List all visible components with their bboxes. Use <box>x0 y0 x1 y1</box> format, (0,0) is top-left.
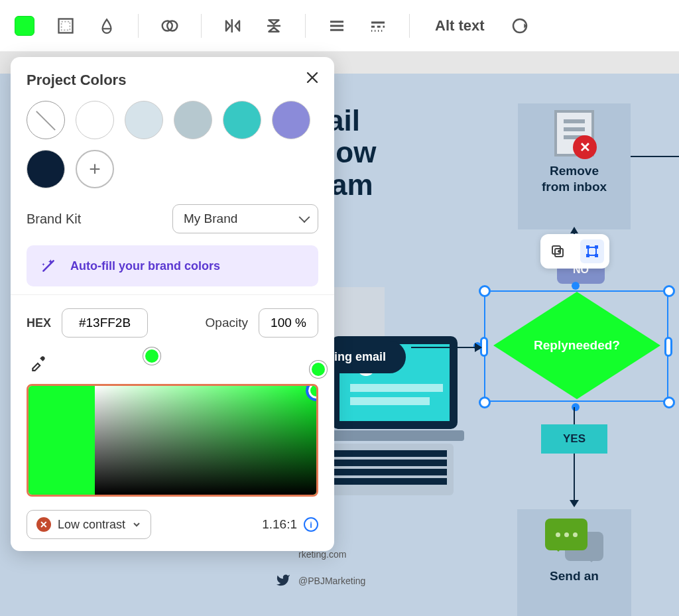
swatch-3[interactable] <box>174 101 212 139</box>
selection-handle[interactable] <box>663 285 675 297</box>
selection-mini-toolbar <box>540 234 609 269</box>
connector-dot[interactable] <box>572 282 580 290</box>
node-send-an[interactable]: Send an <box>517 509 631 616</box>
connector-dot[interactable] <box>572 403 580 411</box>
sv-cursor[interactable] <box>306 384 318 401</box>
swatch-1[interactable] <box>76 101 114 139</box>
swatch-2[interactable] <box>125 101 163 139</box>
connector <box>574 407 575 424</box>
swatch-4[interactable] <box>223 101 261 139</box>
node-remove-from-inbox[interactable]: ✕ Removefrom inbox <box>518 103 631 229</box>
svg-rect-12 <box>350 384 443 392</box>
lines-dashed-icon <box>368 16 388 36</box>
svg-rect-1 <box>62 21 70 30</box>
swatch-none[interactable] <box>27 101 65 139</box>
line-dashed-button[interactable] <box>365 13 391 38</box>
magic-wand-icon <box>38 256 58 276</box>
twitter-icon <box>275 573 292 587</box>
svg-rect-17 <box>329 460 447 466</box>
fill-swatch <box>15 16 34 36</box>
rotate-icon <box>510 16 530 36</box>
arrow-head-icon <box>475 343 482 352</box>
border-style-button[interactable] <box>53 13 78 38</box>
svg-rect-13 <box>350 397 430 405</box>
svg-rect-19 <box>329 478 447 485</box>
combine-icon <box>160 16 180 36</box>
brand-kit-label: Brand Kit <box>27 212 81 227</box>
selection-handle[interactable] <box>663 397 675 408</box>
info-icon[interactable]: i <box>304 517 318 532</box>
svg-rect-26 <box>595 254 598 257</box>
opacity-button[interactable] <box>94 13 119 38</box>
svg-rect-0 <box>59 19 73 32</box>
connector <box>631 156 679 157</box>
transform-button[interactable] <box>580 239 604 263</box>
svg-rect-25 <box>586 254 589 257</box>
hue-thumb[interactable] <box>143 347 160 365</box>
flip-horizontal-button[interactable] <box>220 13 245 38</box>
lines-solid-icon <box>327 16 347 36</box>
swatch-5[interactable] <box>272 101 310 139</box>
svg-rect-14 <box>312 430 464 441</box>
droplet-icon <box>98 17 115 34</box>
flip-vertical-button[interactable] <box>261 13 286 38</box>
top-toolbar: Alt text <box>0 0 679 52</box>
contrast-ratio: 1.16:1 <box>262 517 297 532</box>
transform-icon <box>584 243 600 259</box>
chat-icon <box>545 519 603 561</box>
divider <box>11 294 334 295</box>
project-swatches: + <box>27 101 318 188</box>
combine-shapes-button[interactable] <box>157 13 182 38</box>
brand-kit-select[interactable]: My Brand <box>172 204 318 233</box>
fill-color-button[interactable] <box>12 13 37 38</box>
saturation-value-picker[interactable] <box>27 384 318 497</box>
border-icon <box>56 17 75 35</box>
error-badge-icon: ✕ <box>36 517 51 532</box>
arrow-head-icon <box>570 227 578 233</box>
alt-text-button[interactable]: Alt text <box>428 17 491 34</box>
selection-handle[interactable] <box>479 285 491 297</box>
line-solid-button[interactable] <box>324 13 349 38</box>
edge-label-yes[interactable]: YES <box>541 424 607 454</box>
close-button[interactable] <box>304 69 321 86</box>
duplicate-icon <box>550 243 566 259</box>
arrow-head-icon <box>570 500 579 507</box>
selection-box <box>484 290 668 402</box>
selection-handle[interactable] <box>479 397 491 408</box>
panel-title: Project Colors <box>27 72 318 89</box>
contrast-label: Low contrast <box>58 518 125 532</box>
handle-text: @PBJMarketing <box>298 576 365 586</box>
color-panel: Project Colors + Brand Kit My Brand Auto… <box>11 57 334 551</box>
flip-v-icon <box>264 16 284 36</box>
swatch-6[interactable] <box>27 150 65 188</box>
x-badge-icon: ✕ <box>573 135 597 159</box>
svg-rect-23 <box>586 245 589 249</box>
hex-input[interactable]: #13FF2B <box>62 308 148 338</box>
contrast-dropdown[interactable]: ✕ Low contrast <box>27 510 151 539</box>
flip-h-icon <box>223 16 243 36</box>
swatch-add[interactable]: + <box>76 150 114 188</box>
connector <box>574 454 575 503</box>
duplicate-button[interactable] <box>546 239 570 263</box>
opacity-label: Opacity <box>206 316 248 330</box>
rotate-button[interactable] <box>507 13 532 38</box>
selection-side-handle[interactable] <box>664 337 672 357</box>
node-label: Send an <box>550 569 599 584</box>
svg-rect-16 <box>329 450 447 457</box>
autofill-brand-colors-button[interactable]: Auto-fill your brand colors <box>27 245 318 286</box>
opacity-input[interactable]: 100 % <box>259 308 318 338</box>
close-icon <box>306 72 318 84</box>
eyedropper-icon <box>30 354 47 371</box>
chevron-down-icon <box>132 520 141 529</box>
alpha-thumb[interactable] <box>310 361 327 378</box>
document-icon: ✕ <box>554 110 594 156</box>
svg-rect-24 <box>595 245 598 249</box>
connector <box>411 347 477 348</box>
svg-rect-18 <box>329 469 447 475</box>
node-label: Removefrom inbox <box>542 163 607 195</box>
eyedropper-button[interactable] <box>27 351 50 375</box>
hex-label: HEX <box>27 316 51 330</box>
autofill-label: Auto-fill your brand colors <box>70 259 220 273</box>
